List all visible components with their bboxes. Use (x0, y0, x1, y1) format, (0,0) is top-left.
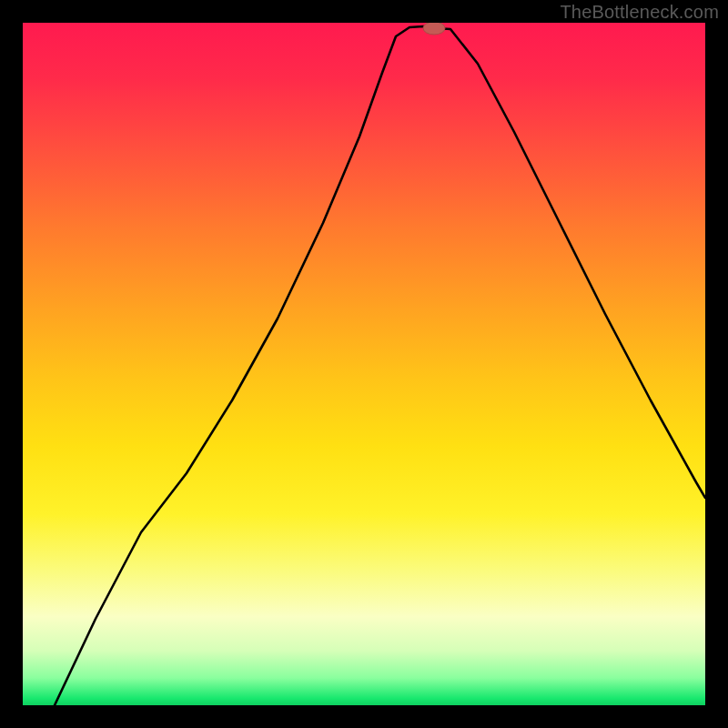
watermark-text: TheBottleneck.com (560, 2, 719, 23)
curve-svg (23, 23, 705, 705)
plot-area (23, 23, 705, 705)
chart-frame: TheBottleneck.com (0, 0, 728, 728)
minimum-marker (423, 23, 445, 35)
bottleneck-curve (55, 26, 705, 705)
